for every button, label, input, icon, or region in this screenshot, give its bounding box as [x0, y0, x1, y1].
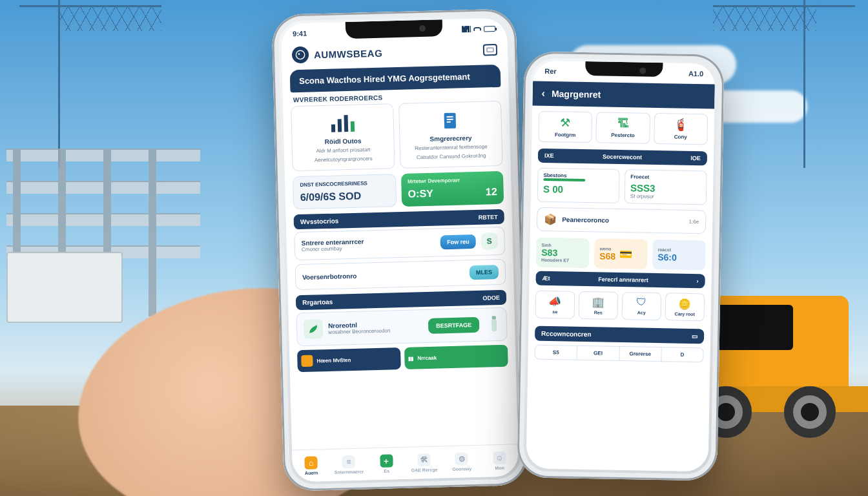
- megaphone-icon: 📣: [548, 295, 561, 307]
- svg-rect-7: [446, 116, 453, 118]
- promo-banner[interactable]: Nroreotnl wosabner Beoronceroodon BESRTF…: [296, 307, 507, 347]
- category-card[interactable]: 🧯Cony: [654, 113, 708, 145]
- strip-button[interactable]: ▮▮ Nrrcaak: [404, 345, 508, 369]
- pill-card[interactable]: Smh S83 Heouders E7: [536, 238, 590, 268]
- segment[interactable]: D: [661, 347, 703, 362]
- category-label: Cony: [674, 134, 687, 140]
- category-card[interactable]: ⚒Footgrm: [538, 111, 592, 143]
- tab-label: Es: [384, 469, 389, 473]
- tab-label: OAE Rercge: [411, 468, 438, 473]
- status-pill: MLES: [470, 265, 499, 280]
- page-title: Magrgenret: [552, 88, 601, 99]
- header-action-button[interactable]: [483, 44, 497, 56]
- strip-button[interactable]: Hœen Mvßten: [297, 347, 401, 372]
- wrench-icon: 🛠: [417, 453, 431, 467]
- kpi-forecast[interactable]: Froecet SSS3 St orpusor: [625, 169, 707, 205]
- signal-icon: [462, 26, 471, 32]
- action-label: Acy: [637, 310, 646, 315]
- tab-add[interactable]: ＋Es: [367, 448, 406, 480]
- kpi-sub: St orpusor: [630, 193, 701, 200]
- work-item[interactable]: Sntrere enteranrrcer Cmoncr coumbay Fow …: [294, 227, 505, 261]
- action-card[interactable]: 🪙Cary root: [665, 293, 705, 321]
- category-card[interactable]: 🏗Pestercto: [596, 112, 650, 143]
- notch: [346, 19, 443, 39]
- kpi-label: DNST ENSCOCRESRINESS: [300, 180, 389, 188]
- svg-point-0: [296, 50, 305, 59]
- banner-sub: wosabner Beoronceroodon: [328, 327, 390, 335]
- kpi-budget[interactable]: DNST ENSCOCRESRINESS 6/09/6S SOD: [293, 174, 397, 209]
- status-left: Rer: [544, 67, 557, 75]
- section-title: Rccownconcren: [541, 330, 591, 338]
- progress-bar: [543, 178, 585, 181]
- bar-right: IOE: [690, 155, 701, 161]
- card-line: Resteranterntenrat fextbensoge: [407, 143, 495, 152]
- kpi-progress[interactable]: Mrtetwr Devemporarr O:SY 12: [401, 171, 504, 207]
- pill-sub: Heouders E7: [541, 258, 569, 263]
- section-link[interactable]: ODOE: [482, 294, 500, 301]
- row-time: 1:6e: [689, 219, 699, 225]
- tab-tools[interactable]: 🛠OAE Rercge: [405, 446, 444, 479]
- wifi-icon: [473, 27, 481, 31]
- phone-right: Rer A1.0 ‹ Magrgenret ⚒Footgrm 🏗Pesterct…: [517, 51, 724, 480]
- pill-card[interactable]: reacst S6:0: [652, 240, 706, 270]
- list-icon: ≡: [342, 455, 356, 469]
- tab-list[interactable]: ≡Snternmaercr: [329, 448, 368, 481]
- tab-home[interactable]: ⌂Auern: [292, 450, 331, 482]
- kpi-value: SSS3: [630, 182, 701, 194]
- svg-point-1: [298, 53, 300, 55]
- action-card[interactable]: 🛡Acy: [622, 292, 662, 320]
- section-bar[interactable]: Æt Ferecrl annranrert ›: [535, 271, 705, 289]
- segment[interactable]: Grererse: [619, 347, 662, 361]
- pill-top: weno: [599, 246, 615, 251]
- bottom-segment: S5 GEI Grererse D: [534, 345, 703, 363]
- tab-settings[interactable]: ⚙Goorewy: [442, 446, 481, 479]
- notch: [585, 61, 663, 77]
- bar-center: Socercwecont: [603, 153, 642, 160]
- action-grid: 📣se 🏢Res 🛡Acy 🪙Cary root: [528, 287, 711, 326]
- kpi-row: DNST ENSCOCRESRINESS 6/09/6S SOD Mrtetwr…: [285, 170, 512, 209]
- kpi-stations[interactable]: Sbestons S 00: [537, 168, 620, 203]
- kpi-label: Froecet: [630, 174, 701, 181]
- summary-bar[interactable]: IXE Socercwecont IOE: [538, 149, 707, 166]
- kpi-value: 12: [455, 186, 497, 199]
- kpi-value: O:SY: [408, 187, 450, 200]
- section-worklist-header: Wvsstocrios RBTET: [294, 209, 504, 230]
- action-card[interactable]: 📣se: [535, 291, 575, 319]
- phone-left: 9:41 AUMWSBEAG Scona Wacthos Hired YMG A…: [271, 8, 528, 491]
- box-icon: ▭: [692, 333, 698, 340]
- section-title: Wvsstocrios: [300, 217, 339, 225]
- feature-cards: Röidl Outos Aldr M anfocrt prosatart Aen…: [283, 100, 511, 171]
- info-row[interactable]: 📦 Peanercoronco 1:6e: [537, 207, 707, 234]
- svg-rect-2: [331, 125, 335, 132]
- pill-card[interactable]: weno S68 💳: [594, 238, 648, 269]
- pipe-icon: 🧯: [674, 118, 688, 132]
- banner-cta[interactable]: BESRTFAGE: [428, 317, 480, 334]
- segment[interactable]: S5: [535, 346, 577, 360]
- brand-name: AUMWSBEAG: [314, 47, 383, 60]
- tab-profile[interactable]: ☺Mon: [480, 444, 519, 477]
- crane-right: [713, 0, 855, 168]
- strip-label: Nrrcaak: [417, 355, 437, 361]
- segment[interactable]: GEI: [577, 346, 620, 360]
- tab-label: Snternmaercr: [335, 470, 364, 475]
- gear-icon: ⚙: [455, 452, 469, 466]
- feature-card-outputs[interactable]: Röidl Outos Aldr M anfocrt prosatart Aen…: [291, 103, 395, 171]
- user-icon: ☺: [493, 451, 506, 465]
- back-button[interactable]: ‹: [541, 88, 545, 99]
- card-title: Röidl Outos: [298, 136, 387, 146]
- machine-icon: ⚒: [560, 116, 570, 130]
- battery-icon: ▮▮: [408, 355, 413, 361]
- action-card[interactable]: 🏢Res: [579, 291, 619, 320]
- bar-text: Ferecrl annranrert: [598, 276, 648, 283]
- quick-strip: Hœen Mvßten ▮▮ Nrrcaak: [297, 345, 508, 373]
- building-icon: 🏢: [592, 296, 604, 308]
- crane-icon: 🏗: [617, 117, 629, 130]
- svg-rect-6: [444, 113, 456, 129]
- work-item[interactable]: Voersenrbotronro MLES: [295, 259, 506, 291]
- tab-label: Goorewy: [452, 466, 471, 471]
- section-link[interactable]: RBTET: [479, 214, 498, 221]
- shield-icon: 🛡: [636, 296, 646, 308]
- feature-card-documents[interactable]: Smgrerecrery Resteranterntenrat fextbens…: [398, 101, 503, 169]
- card-title: Smgrerecrery: [406, 134, 495, 143]
- box-icon: 📦: [544, 213, 557, 225]
